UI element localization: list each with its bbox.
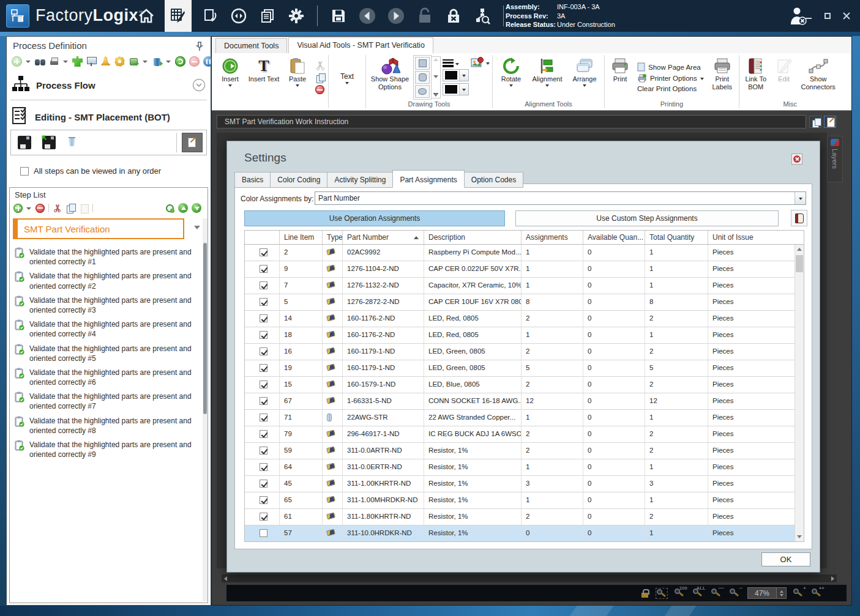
- refresh-icon[interactable]: [175, 56, 185, 67]
- scrollbar-thumb[interactable]: [796, 255, 803, 272]
- find-icon[interactable]: [35, 56, 45, 67]
- step-list-item[interactable]: Validate that the highlighted parts are …: [15, 294, 199, 317]
- save-icon[interactable]: [328, 6, 349, 26]
- row-checkbox[interactable]: [260, 480, 267, 488]
- minimize-button[interactable]: [805, 12, 813, 20]
- zoom-marquee-icon[interactable]: [656, 588, 668, 599]
- column-header-assignments[interactable]: Assignments: [522, 231, 583, 244]
- dialog-tab[interactable]: Basics: [234, 172, 270, 188]
- horizontal-scrollbar[interactable]: [222, 574, 837, 582]
- delete-icon[interactable]: [315, 85, 324, 94]
- table-row[interactable]: 15 160-1579-1-ND LED, Blue, 0805 2 0 2 P…: [245, 377, 795, 393]
- scroll-up-icon[interactable]: [795, 245, 804, 254]
- any-order-checkbox[interactable]: [20, 167, 29, 176]
- gallery-more-icon[interactable]: [433, 93, 438, 97]
- step-group-chevron-icon[interactable]: [194, 226, 200, 229]
- step-list-item[interactable]: Validate that the highlighted parts are …: [15, 342, 199, 366]
- table-row[interactable]: 65 311-1.00MHRDKR-ND Resistor, 1% 1 0 1 …: [245, 492, 795, 509]
- scroll-down-icon[interactable]: [795, 532, 804, 541]
- paste-button[interactable]: Paste: [282, 54, 313, 100]
- scroll-right-icon[interactable]: [831, 576, 834, 581]
- row-checkbox[interactable]: [260, 380, 267, 388]
- zoom-out-icon[interactable]: −: [729, 588, 741, 599]
- add-dropdown-icon[interactable]: [26, 56, 31, 67]
- row-checkbox[interactable]: [260, 281, 267, 289]
- step-list-item[interactable]: Validate that the highlighted parts are …: [15, 317, 199, 341]
- dialog-tab[interactable]: Option Codes: [465, 172, 523, 188]
- row-checkbox[interactable]: [260, 447, 267, 455]
- process-audit-icon[interactable]: [472, 6, 493, 26]
- table-row[interactable]: 16 160-1179-1-ND LED, Green, 0805 2 0 2 …: [245, 344, 795, 360]
- table-row[interactable]: 45 311-1.00KHRTR-ND Resistor, 1% 3 0 3 P…: [245, 476, 795, 492]
- scroll-left-icon[interactable]: [224, 576, 227, 581]
- table-row[interactable]: 14 160-1176-2-ND LED, Red, 0805 2 0 2 Pi…: [245, 311, 795, 327]
- export-dropdown-icon[interactable]: [143, 56, 148, 67]
- table-row[interactable]: 71 22AWG-STR 22 AWG Stranded Copper... 1…: [245, 410, 795, 426]
- rectangle-shape-button[interactable]: [415, 57, 430, 70]
- column-header-description[interactable]: Description: [424, 231, 522, 244]
- notifications-icon[interactable]: [100, 56, 111, 67]
- presentation-icon[interactable]: [86, 56, 97, 67]
- copy-icon[interactable]: [315, 73, 326, 83]
- pin-icon[interactable]: [196, 42, 203, 54]
- ellipse-shape-button[interactable]: [415, 85, 430, 98]
- alignment-button[interactable]: Alignment: [529, 54, 566, 100]
- table-row[interactable]: 61 311-1.80KHRTR-ND Resistor, 1% 2 0 2 P…: [245, 509, 795, 525]
- fill-color-picker[interactable]: [443, 83, 469, 95]
- table-row[interactable]: 59 311-0.0ARTR-ND Resistor, 1% 2 0 2 Pie…: [245, 443, 795, 459]
- collapse-icon[interactable]: [192, 78, 206, 92]
- zoom-step-icon[interactable]: [165, 203, 174, 213]
- use-operation-assignments-button[interactable]: Use Operation Assignments: [244, 210, 505, 226]
- insert-button[interactable]: Insert: [214, 54, 246, 100]
- column-header-total[interactable]: Total Quantity: [645, 231, 708, 244]
- add-step-icon[interactable]: [13, 204, 23, 213]
- table-row[interactable]: 18 160-1176-2-ND LED, Red, 0805 1 0 1 Pi…: [245, 327, 795, 344]
- sync-exchange-icon[interactable]: [228, 6, 249, 26]
- clear-print-options-button[interactable]: Clear Print Options: [637, 85, 704, 92]
- print-dropdown-icon[interactable]: [63, 56, 69, 67]
- dialog-tab[interactable]: Activity Splitting: [327, 172, 392, 188]
- home-icon[interactable]: [136, 6, 157, 26]
- line-color-picker[interactable]: [443, 69, 469, 81]
- remove-icon[interactable]: [189, 56, 200, 67]
- table-row[interactable]: 79 296-46917-1-ND IC REG BUCK ADJ 1A 6WS…: [245, 426, 795, 443]
- row-checkbox[interactable]: [260, 414, 267, 421]
- edit-button[interactable]: Edit: [772, 54, 796, 100]
- row-checkbox[interactable]: [260, 529, 267, 537]
- export-process-icon[interactable]: [129, 56, 139, 67]
- show-connectors-button[interactable]: Show Connectors: [798, 54, 839, 100]
- row-checkbox[interactable]: [260, 463, 267, 471]
- print-icon[interactable]: [49, 56, 59, 67]
- settings-gear-icon[interactable]: [286, 6, 307, 26]
- column-header-select[interactable]: [245, 231, 280, 244]
- zoom-in-icon[interactable]: +: [793, 588, 805, 599]
- discard-button[interactable]: [64, 133, 83, 152]
- row-checkbox[interactable]: [260, 265, 267, 273]
- table-row[interactable]: 2 02AC9992 Raspberry Pi Compute Mod... 1…: [245, 245, 795, 261]
- process-settings-icon[interactable]: [114, 56, 125, 67]
- row-checkbox[interactable]: [260, 397, 267, 405]
- table-row[interactable]: 7 1276-1132-2-ND Capacitor, X7R Ceramic,…: [245, 278, 795, 294]
- table-row[interactable]: 67 1-66331-5-ND CONN SOCKET 16-18 AWG...…: [245, 393, 795, 410]
- text-button[interactable]: Text: [331, 54, 363, 100]
- step-list-item[interactable]: Validate that the highlighted parts are …: [15, 414, 199, 438]
- deploy-process-icon[interactable]: [152, 56, 162, 67]
- document-release-icon[interactable]: [200, 6, 220, 26]
- zoom-out-fast-icon[interactable]: −−: [711, 588, 723, 599]
- zoom-lock-icon[interactable]: [641, 588, 649, 598]
- column-header-unit[interactable]: Unit of Issue: [708, 231, 795, 244]
- print-labels-button[interactable]: Print Labels: [708, 54, 736, 100]
- show-page-area-button[interactable]: Show Page Area: [637, 62, 704, 72]
- table-row[interactable]: 5 1276-2872-2-ND CAP CER 10UF 16V X7R 08…: [245, 294, 795, 311]
- image-fill-dropdown[interactable]: [471, 57, 490, 69]
- insert-text-button[interactable]: T Insert Text: [248, 54, 280, 100]
- documents-icon[interactable]: [257, 6, 278, 26]
- forward-icon[interactable]: [386, 6, 406, 26]
- back-icon[interactable]: [357, 6, 378, 26]
- add-operation-icon[interactable]: [12, 56, 22, 67]
- zoom-100-icon[interactable]: 100: [674, 588, 686, 599]
- dialog-tab[interactable]: Color Coding: [270, 172, 327, 188]
- row-checkbox[interactable]: [260, 513, 267, 521]
- row-checkbox[interactable]: [260, 331, 267, 339]
- save-step-button[interactable]: [15, 133, 34, 152]
